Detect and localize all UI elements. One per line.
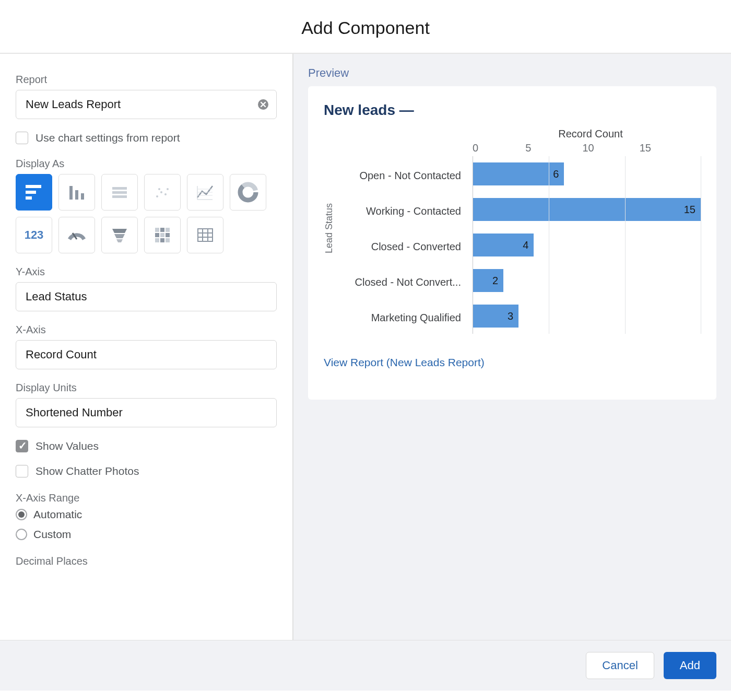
chart-type-scatter[interactable]	[144, 174, 181, 211]
svg-rect-25	[166, 238, 170, 242]
svg-point-10	[156, 195, 158, 197]
svg-rect-18	[160, 228, 164, 232]
y-axis-label: Y-Axis	[16, 266, 277, 278]
chart-x-axis-label: Record Count	[324, 128, 701, 140]
svg-rect-7	[112, 187, 127, 190]
modal-header: Add Component	[0, 0, 731, 54]
svg-rect-6	[81, 193, 84, 200]
use-chart-settings-label: Use chart settings from report	[36, 132, 180, 144]
chart-type-horizontal-bar[interactable]	[16, 174, 52, 211]
clear-icon[interactable]	[257, 98, 269, 111]
chart-bar: 6	[473, 162, 564, 185]
show-values-label: Show Values	[36, 440, 99, 452]
svg-rect-5	[75, 190, 78, 200]
svg-point-11	[160, 191, 162, 193]
add-button[interactable]: Add	[664, 652, 716, 679]
chart-category-label: Closed - Not Convert...	[341, 264, 466, 300]
chart-bar: 4	[473, 234, 534, 256]
view-report-link[interactable]: View Report (New Leads Report)	[324, 356, 485, 369]
svg-rect-20	[155, 233, 159, 237]
chart-title: New leads —	[324, 102, 701, 119]
x-range-auto-label: Automatic	[33, 508, 82, 521]
chart-tick: 0	[473, 142, 529, 154]
svg-rect-24	[160, 238, 164, 242]
metric-icon: 123	[25, 228, 44, 242]
chart-bar: 2	[473, 269, 503, 292]
cancel-button[interactable]: Cancel	[586, 652, 654, 679]
svg-rect-22	[166, 233, 170, 237]
chart-bar: 3	[473, 305, 518, 328]
report-label: Report	[16, 74, 277, 86]
svg-point-13	[167, 188, 169, 190]
preview-panel: Preview New leads — Record Count Lead St…	[293, 54, 731, 640]
svg-rect-2	[26, 191, 36, 194]
chart-type-vertical-bar[interactable]	[58, 174, 95, 211]
svg-rect-26	[198, 229, 213, 241]
chart-type-heatmap[interactable]	[144, 217, 181, 253]
preview-card: New leads — Record Count Lead Status Ope…	[308, 86, 716, 400]
x-axis-range-label: X-Axis Range	[16, 492, 277, 504]
chart-category-label: Marketing Qualified	[341, 300, 466, 335]
x-range-custom-radio[interactable]	[16, 529, 27, 540]
chart-type-funnel[interactable]	[101, 217, 138, 253]
chart-area: Lead Status Open - Not ContactedWorking …	[324, 142, 701, 335]
show-chatter-checkbox[interactable]	[16, 465, 28, 477]
svg-rect-17	[155, 228, 159, 232]
display-as-grid: 123	[16, 174, 277, 253]
show-chatter-label: Show Chatter Photos	[36, 465, 139, 477]
svg-rect-4	[69, 186, 73, 200]
use-chart-settings-checkbox[interactable]	[16, 132, 28, 144]
svg-rect-23	[155, 238, 159, 242]
chart-type-table[interactable]	[187, 217, 223, 253]
config-panel: Report Use chart settings from report Di…	[0, 54, 293, 640]
svg-point-12	[164, 193, 167, 195]
chart-tick: 10	[583, 142, 640, 154]
svg-point-14	[158, 188, 160, 190]
x-axis-label: X-Axis	[16, 324, 277, 336]
modal-title: Add Component	[0, 18, 731, 38]
decimal-places-label: Decimal Places	[16, 555, 277, 567]
svg-rect-3	[26, 196, 32, 200]
chart-bar: 15	[473, 198, 701, 221]
chart-category-label: Closed - Converted	[341, 229, 466, 264]
chart-type-metric[interactable]: 123	[16, 217, 52, 253]
x-axis-select[interactable]	[16, 340, 277, 369]
chart-type-line[interactable]	[187, 174, 223, 211]
display-units-label: Display Units	[16, 382, 277, 394]
chart-category-label: Working - Contacted	[341, 193, 466, 229]
modal-footer: Cancel Add	[0, 640, 731, 691]
x-range-custom-label: Custom	[33, 528, 71, 541]
display-units-select[interactable]	[16, 398, 277, 427]
preview-heading: Preview	[308, 63, 716, 80]
svg-rect-19	[166, 228, 170, 232]
svg-rect-8	[112, 191, 127, 194]
x-range-auto-radio[interactable]	[16, 509, 27, 520]
chart-type-gauge[interactable]	[58, 217, 95, 253]
svg-rect-9	[112, 195, 127, 198]
display-as-label: Display As	[16, 158, 277, 170]
y-axis-select[interactable]	[16, 282, 277, 311]
chart-type-donut[interactable]	[230, 174, 266, 211]
chart-tick: 5	[525, 142, 582, 154]
chart-category-label: Open - Not Contacted	[341, 158, 466, 193]
svg-rect-21	[160, 233, 164, 237]
chart-y-axis-label: Lead Status	[324, 142, 335, 335]
report-input[interactable]	[16, 90, 277, 119]
chart-tick: 15	[640, 142, 697, 154]
show-values-checkbox[interactable]	[16, 440, 28, 452]
svg-rect-1	[26, 185, 41, 188]
chart-type-stacked-bar[interactable]	[101, 174, 138, 211]
